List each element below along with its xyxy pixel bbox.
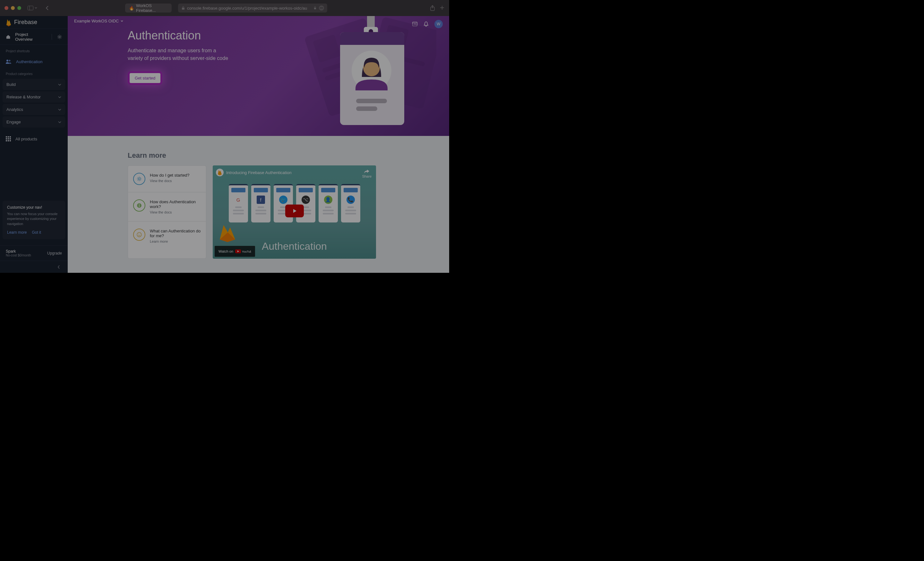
- video-overlay-title: Authentication: [262, 241, 327, 252]
- svg-rect-8: [6, 136, 7, 138]
- svg-point-7: [9, 60, 10, 61]
- svg-rect-14: [6, 140, 7, 141]
- page-subtitle: Authenticate and manage users from a var…: [128, 47, 230, 62]
- learn-more-heading: Learn more: [128, 151, 449, 160]
- project-overview-label: Project Overview: [15, 32, 45, 42]
- address-bar[interactable]: console.firebase.google.com/u/1/project/…: [178, 3, 327, 12]
- card-sub: View the docs: [150, 210, 201, 214]
- reader-button[interactable]: •••: [319, 6, 324, 10]
- svg-rect-0: [28, 6, 33, 10]
- play-icon: [292, 208, 297, 214]
- card-title: How does Authentication work?: [150, 199, 201, 209]
- svg-point-43: [140, 234, 141, 234]
- category-label: Release & Monitor: [6, 94, 41, 99]
- svg-rect-13: [10, 138, 11, 139]
- project-breadcrumb[interactable]: Example WorkOS OIDC: [74, 19, 119, 23]
- svg-point-39: [139, 204, 140, 205]
- logo-text: Firebase: [14, 19, 37, 25]
- firebase-logo-icon: [216, 169, 224, 176]
- svg-rect-9: [8, 136, 9, 138]
- category-release-monitor[interactable]: Release & Monitor: [3, 91, 65, 103]
- sidebar-item-authentication[interactable]: Authentication: [0, 55, 68, 67]
- card-title: What can Authentication do for me?: [150, 229, 201, 238]
- category-label: Build: [6, 82, 16, 87]
- video-title: Introducing Firebase Authentication: [226, 170, 292, 175]
- svg-rect-11: [6, 138, 7, 139]
- all-products-label: All products: [15, 136, 37, 141]
- chevron-down-icon: [58, 121, 61, 123]
- svg-rect-3: [314, 8, 316, 9]
- firebase-logo-icon: [217, 223, 239, 243]
- category-label: Analytics: [6, 107, 23, 112]
- youtube-logo-icon: YouTube: [235, 249, 251, 254]
- svg-rect-36: [356, 106, 377, 111]
- svg-rect-32: [340, 41, 404, 45]
- new-tab-icon[interactable]: [440, 5, 445, 10]
- collapse-sidebar-button[interactable]: [0, 260, 68, 273]
- minimize-window-button[interactable]: [11, 6, 15, 10]
- lock-icon: [313, 6, 317, 10]
- browser-tab[interactable]: 🔥 WorkOS Firebase...: [125, 3, 172, 12]
- privacy-indicator-icon: [181, 6, 185, 10]
- smile-icon: [133, 229, 146, 241]
- learn-card-what-can[interactable]: What can Authentication do for me? Learn…: [128, 221, 206, 250]
- learn-card-how-works[interactable]: How does Authentication work? View the d…: [128, 192, 206, 221]
- avatar-initial: W: [436, 22, 440, 26]
- play-button[interactable]: [285, 205, 304, 217]
- shortcuts-label: Project shortcuts: [0, 45, 68, 55]
- card-sub: Learn more: [150, 239, 201, 243]
- category-build[interactable]: Build: [3, 79, 65, 90]
- get-started-button[interactable]: Get started: [130, 73, 160, 83]
- svg-point-42: [138, 234, 139, 234]
- plan-sub: No-cost $0/month: [6, 254, 31, 257]
- watch-on-youtube[interactable]: Watch on YouTube: [214, 246, 255, 257]
- chevron-down-icon: [58, 109, 61, 111]
- dropdown-caret-icon[interactable]: [121, 20, 123, 22]
- project-overview-link[interactable]: Project Overview: [0, 29, 68, 45]
- nav-customize-tip: Customize your nav! You can now focus yo…: [3, 200, 65, 239]
- info-icon: [133, 199, 146, 212]
- categories-label: Product categories: [0, 67, 68, 78]
- category-engage[interactable]: Engage: [3, 117, 65, 127]
- tip-got-it-button[interactable]: Got it: [32, 230, 41, 235]
- maximize-window-button[interactable]: [17, 6, 21, 10]
- url-text: console.firebase.google.com/u/1/project/…: [187, 6, 307, 10]
- svg-rect-35: [356, 99, 387, 103]
- share-icon[interactable]: [430, 5, 435, 11]
- sidebar: Firebase Project Overview Project shortc…: [0, 16, 68, 273]
- back-button[interactable]: [45, 6, 49, 10]
- category-label: Engage: [6, 120, 21, 124]
- svg-rect-10: [10, 136, 11, 138]
- home-icon: [6, 34, 10, 39]
- all-products-link[interactable]: All products: [0, 131, 68, 147]
- upgrade-button[interactable]: Upgrade: [47, 251, 62, 256]
- learn-cards: How do I get started? View the docs How …: [128, 165, 206, 259]
- settings-gear-icon[interactable]: [57, 34, 62, 39]
- chevron-down-icon: [58, 84, 61, 85]
- card-sub: View the docs: [150, 179, 190, 183]
- close-window-button[interactable]: [4, 6, 8, 10]
- svg-rect-40: [139, 205, 140, 207]
- svg-point-5: [59, 36, 60, 37]
- svg-rect-12: [8, 138, 9, 139]
- users-icon: [6, 59, 12, 64]
- svg-text:YouTube: YouTube: [242, 250, 251, 253]
- tip-title: Customize your nav!: [7, 205, 61, 209]
- svg-rect-2: [182, 8, 184, 10]
- tab-title: WorkOS Firebase...: [136, 3, 168, 13]
- plan-name: Spark: [6, 249, 31, 254]
- grid-icon: [6, 136, 11, 141]
- traffic-lights: [4, 6, 21, 10]
- category-analytics[interactable]: Analytics: [3, 104, 65, 115]
- cta-highlight: Get started: [128, 71, 162, 85]
- tip-learn-more-link[interactable]: Learn more: [7, 230, 27, 235]
- hero-banner: Example WorkOS OIDC W Authentication Aut…: [68, 16, 449, 136]
- sidebar-item-label: Authentication: [16, 59, 42, 64]
- learn-card-get-started[interactable]: How do I get started? View the docs: [128, 166, 206, 192]
- firebase-logo-row[interactable]: Firebase: [0, 16, 68, 29]
- sidebar-toggle-button[interactable]: [28, 6, 37, 10]
- svg-rect-15: [8, 140, 9, 141]
- intro-video[interactable]: Introducing Firebase Authentication Shar…: [213, 165, 376, 259]
- video-share-button[interactable]: Share: [362, 169, 372, 178]
- firebase-logo-icon: [6, 19, 12, 26]
